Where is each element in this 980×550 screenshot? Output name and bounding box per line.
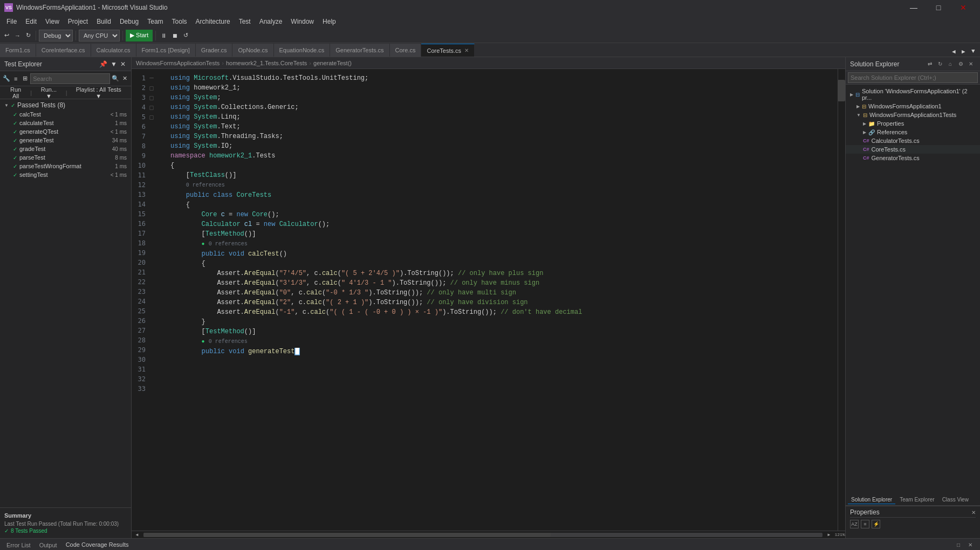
tab-calculator[interactable]: Calculator.cs (91, 44, 136, 57)
maximize-button[interactable]: □ (926, 0, 951, 15)
sol-tab-team[interactable]: Team Explorer (896, 496, 937, 504)
menu-test[interactable]: Test (235, 15, 255, 28)
code-editor[interactable]: using Microsoft.VisualStudio.TestTools.U… (164, 69, 838, 531)
test-item-generatetest[interactable]: ✓ generateTest 34 ms (0, 136, 131, 145)
test-search-btn[interactable]: 🔍 (111, 73, 119, 84)
fold-ns[interactable]: □ (148, 83, 155, 93)
sol-properties[interactable]: ▶ 📁 Properties (846, 119, 980, 128)
minimize-button[interactable]: — (901, 0, 926, 15)
tab-grader[interactable]: Grader.cs (196, 44, 233, 57)
run-all-button[interactable]: Run All (4, 86, 27, 99)
tab-coreinterface[interactable]: CoreInterface.cs (36, 44, 91, 57)
bottom-float-btn[interactable]: □ (953, 540, 964, 551)
test-item-parsetest[interactable]: ✓ parseTest 8 ms (0, 153, 131, 162)
test-group-icon[interactable]: ⊞ (21, 73, 29, 84)
menu-architecture[interactable]: Architecture (191, 15, 235, 28)
tab-opnode[interactable]: OpNode.cs (232, 44, 273, 57)
passed-tests-group[interactable]: ▼ ✓ Passed Tests (8) (0, 100, 131, 110)
test-item-gradetest[interactable]: ✓ gradeTest 40 ms (0, 145, 131, 153)
sol-options-btn[interactable]: ⚙ (956, 59, 965, 69)
toolbar-restart[interactable]: ↺ (181, 30, 190, 42)
sol-refresh-btn[interactable]: ↻ (935, 59, 945, 69)
tab-coretests-close[interactable]: ✕ (464, 47, 469, 53)
h-scroll-thumb[interactable] (143, 533, 551, 537)
sol-solution[interactable]: ▶ ⊟ Solution 'WindowsFormsApplication1' … (846, 87, 980, 102)
playlist-button[interactable]: Playlist : All Tests ▼ (71, 86, 127, 99)
sol-calculatortests[interactable]: C# CalculatorTests.cs (846, 136, 980, 145)
bottom-tab-coverage[interactable]: Code Coverage Results (64, 539, 131, 550)
sol-home-btn[interactable]: ⌂ (945, 59, 955, 69)
scroll-thumb[interactable] (838, 80, 845, 101)
test-item-calctest[interactable]: ✓ calcTest < 1 ms (0, 110, 131, 119)
test-list-icon[interactable]: ≡ (11, 73, 19, 84)
tab-generatortests[interactable]: GeneratorTests.cs (330, 44, 389, 57)
panel-close-icon[interactable]: ✕ (119, 60, 127, 68)
menu-edit[interactable]: Edit (21, 15, 41, 28)
fold-class[interactable]: □ (148, 93, 155, 102)
tab-list[interactable]: ▼ (969, 46, 978, 57)
vertical-scrollbar[interactable] (838, 69, 845, 531)
sol-tab-explorer[interactable]: Solution Explorer (848, 496, 895, 504)
sol-proj1[interactable]: ▶ ⊟ WindowsFormsApplication1 (846, 102, 980, 111)
menu-team[interactable]: Team (143, 15, 167, 28)
debug-config-dropdown[interactable]: Debug (39, 30, 73, 42)
tab-equationnode[interactable]: EquationNode.cs (274, 44, 331, 57)
bottom-panel: Error List Output Code Coverage Results … (0, 538, 980, 550)
menu-analyze[interactable]: Analyze (255, 15, 287, 28)
menu-view[interactable]: View (41, 15, 64, 28)
tab-core[interactable]: Core.cs (390, 44, 422, 57)
bottom-tab-output[interactable]: Output (37, 539, 59, 550)
menu-file[interactable]: File (2, 15, 21, 28)
menu-tools[interactable]: Tools (168, 15, 191, 28)
panel-options-icon[interactable]: ▼ (109, 60, 118, 68)
menu-help[interactable]: Help (318, 15, 340, 28)
toolbar-stop[interactable]: ⏹ (170, 30, 180, 42)
bottom-tab-errors[interactable]: Error List (4, 539, 33, 550)
horizontal-scrollbar[interactable]: ◀ ▶ 121% (132, 531, 845, 538)
prop-icon-az[interactable]: AZ (850, 520, 859, 528)
menu-project[interactable]: Project (64, 15, 92, 28)
sol-close-btn[interactable]: ✕ (966, 59, 976, 69)
run-dropdown-button[interactable]: Run... ▼ (35, 86, 63, 99)
properties-close[interactable]: ✕ (971, 510, 976, 515)
test-item-settingtest[interactable]: ✓ settingTest < 1 ms (0, 170, 131, 179)
sol-proj2[interactable]: ▼ ⊟ WindowsFormsApplication1Tests (846, 111, 980, 119)
test-item-generateqtest[interactable]: ✓ generateQTest < 1 ms (0, 127, 131, 136)
close-button[interactable]: ✕ (951, 0, 976, 15)
scroll-left-btn[interactable]: ◀ (132, 531, 142, 539)
fold-gen[interactable]: □ (148, 112, 155, 122)
cpu-dropdown[interactable]: Any CPU (79, 30, 120, 42)
pin-icon[interactable]: 📌 (98, 60, 108, 68)
sol-tab-class[interactable]: Class View (939, 496, 972, 504)
test-close-search[interactable]: ✕ (121, 73, 129, 84)
tab-scroll-right[interactable]: ▶ (960, 46, 968, 57)
prop-icon-event[interactable]: ⚡ (872, 520, 880, 528)
sol-coretests[interactable]: C# CoreTests.cs (846, 145, 980, 154)
tab-form1[interactable]: Form1.cs (0, 44, 36, 57)
tab-scroll-left[interactable]: ◀ (950, 46, 958, 57)
toolbar-pause[interactable]: ⏸ (159, 30, 169, 42)
prop-icon-list[interactable]: ≡ (861, 520, 869, 528)
sol-search-input[interactable] (848, 72, 978, 83)
test-item-parsewrongformat[interactable]: ✓ parseTestWrongFormat 1 ms (0, 162, 131, 170)
summary-passed-label: 8 Tests Passed (11, 528, 47, 534)
sol-generatortests[interactable]: C# GeneratorTests.cs (846, 154, 980, 162)
fold-calc[interactable]: □ (148, 102, 155, 112)
menu-build[interactable]: Build (92, 15, 115, 28)
toolbar-refresh[interactable]: ↻ (24, 30, 33, 42)
test-item-calculatetest[interactable]: ✓ calculateTest 1 ms (0, 119, 131, 127)
start-button[interactable]: ▶ Start (126, 30, 153, 42)
tab-coretests[interactable]: CoreTests.cs ✕ (421, 44, 475, 57)
toolbar-forward[interactable]: → (12, 30, 23, 42)
test-new-icon[interactable]: 🔧 (2, 73, 10, 84)
menu-window[interactable]: Window (286, 15, 318, 28)
tab-form1design[interactable]: Form1.cs [Design] (136, 44, 196, 57)
window-controls[interactable]: — □ ✕ (901, 0, 976, 15)
menu-debug[interactable]: Debug (115, 15, 143, 28)
bottom-close-btn[interactable]: ✕ (965, 540, 976, 551)
sol-references[interactable]: ▶ 🔗 References (846, 128, 980, 136)
scroll-right-btn[interactable]: ▶ (824, 531, 834, 539)
toolbar-back[interactable]: ↩ (2, 30, 11, 42)
test-search-input[interactable] (30, 73, 110, 84)
sol-sync-btn[interactable]: ⇄ (925, 59, 935, 69)
